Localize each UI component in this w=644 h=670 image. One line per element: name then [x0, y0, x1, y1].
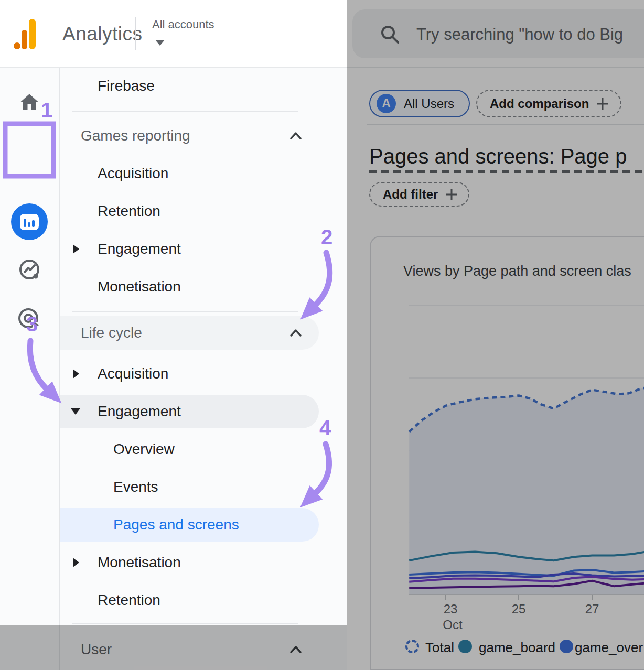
account-selector[interactable]: All accounts: [152, 18, 214, 31]
expander-expanded-icon[interactable]: [71, 408, 80, 415]
home-icon: [18, 91, 40, 113]
sidebar-item-label: Engagement: [98, 403, 181, 420]
sidebar-item-label: Firebase: [98, 78, 155, 94]
expander-collapsed-icon[interactable]: [73, 369, 79, 379]
google-analytics-logo-icon[interactable]: [14, 19, 36, 49]
sidebar-section-label: Games reporting: [81, 127, 190, 144]
sidebar-item-firebase[interactable]: Firebase: [60, 67, 347, 105]
rail-home-button[interactable]: [0, 91, 59, 113]
sidebar-item-label: Monetisation: [98, 278, 181, 295]
dim-overlay-bottom: [0, 625, 347, 670]
sidebar-section-life-cycle[interactable]: Life cycle: [60, 316, 319, 350]
sidebar-item-label: Retention: [98, 592, 160, 609]
sidebar-item-monetisation-games[interactable]: Monetisation: [60, 268, 347, 306]
rail-reports-button[interactable]: [11, 203, 48, 240]
expander-collapsed-icon[interactable]: [73, 244, 79, 254]
app-title: Analytics: [62, 23, 143, 45]
sidebar-divider: [72, 623, 298, 624]
sidebar-item-events[interactable]: Events: [60, 468, 347, 506]
expander-collapsed-icon[interactable]: [73, 558, 79, 567]
sidebar-item-label: Retention: [98, 203, 160, 220]
chevron-up-icon[interactable]: [289, 328, 303, 338]
sidebar-item-acquisition-lifecycle[interactable]: Acquisition: [60, 355, 347, 393]
sidebar-item-label: Acquisition: [98, 365, 168, 382]
topbar-divider: [135, 17, 136, 50]
sidebar-item-engagement-lifecycle[interactable]: Engagement: [60, 395, 319, 428]
advertising-target-icon: [12, 302, 47, 337]
sidebar-divider: [72, 311, 298, 312]
sidebar-section-label: Life cycle: [81, 325, 142, 341]
sidebar-item-label: Engagement: [98, 241, 181, 257]
logo-dot: [14, 42, 20, 49]
sidebar-item-label: Overview: [113, 441, 175, 458]
sidebar-item-acquisition-games[interactable]: Acquisition: [60, 155, 347, 192]
logo-bar-mid: [22, 30, 27, 49]
sidebar-item-overview[interactable]: Overview: [60, 430, 347, 468]
sidebar-item-retention-games[interactable]: Retention: [60, 192, 347, 230]
sidebar-item-label: Pages and screens: [113, 516, 239, 533]
chevron-up-icon[interactable]: [289, 131, 303, 141]
sidebar-section-games-reporting[interactable]: Games reporting: [60, 117, 347, 155]
explore-icon: [12, 253, 47, 287]
left-icon-rail: [0, 68, 59, 670]
sidebar-item-monetisation-lifecycle[interactable]: Monetisation: [60, 544, 347, 581]
sidebar-item-label: Events: [113, 479, 158, 495]
dim-overlay-right: [347, 0, 644, 670]
rail-explore-button[interactable]: [0, 253, 59, 287]
reports-bar-chart-icon: [20, 214, 39, 230]
sidebar-item-pages-and-screens[interactable]: Pages and screens: [60, 508, 319, 542]
sidebar-item-label: Acquisition: [98, 165, 168, 182]
sidebar-item-label: Monetisation: [98, 554, 181, 571]
account-dropdown-caret-icon[interactable]: [155, 40, 165, 46]
reports-navigation-drawer: Firebase Games reporting Acquisition Ret…: [60, 68, 347, 670]
sidebar-item-retention-lifecycle[interactable]: Retention: [60, 581, 347, 619]
sidebar-divider: [72, 111, 298, 112]
rail-advertising-button[interactable]: [0, 302, 59, 337]
google-analytics-app: Analytics All accounts Try searching "ho…: [0, 0, 644, 670]
sidebar-item-engagement-games[interactable]: Engagement: [60, 230, 347, 268]
logo-bar-tall: [29, 19, 36, 49]
